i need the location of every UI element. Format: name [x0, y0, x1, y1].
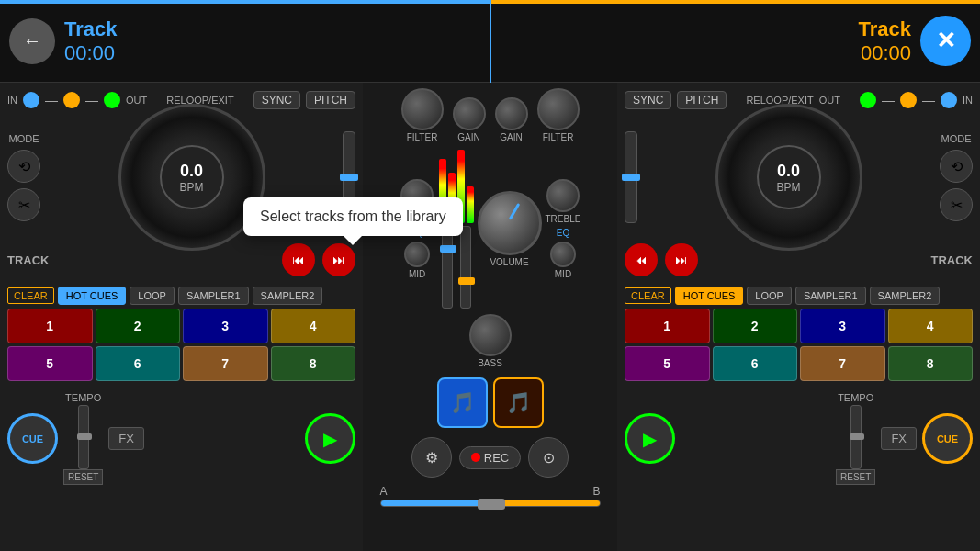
play-button-left[interactable]: ▶	[305, 413, 355, 464]
library-btn-right[interactable]: 🎵	[493, 377, 544, 428]
cue-cell-4-left[interactable]: 4	[271, 309, 356, 343]
filter-right-knob[interactable]	[537, 88, 580, 130]
reset-button-left[interactable]: RESET	[63, 469, 103, 485]
in-label-left: IN	[7, 95, 17, 106]
loop-tab-right[interactable]: LOOP	[747, 287, 792, 305]
clear-button-left[interactable]: CLEAR	[7, 287, 54, 304]
cue-cell-2-left[interactable]: 2	[96, 309, 181, 343]
crossfader-b-label: B	[592, 485, 600, 498]
cue-cell-8-right[interactable]: 8	[888, 346, 974, 381]
track-info-right: Track 00:00	[859, 17, 912, 65]
mode-btn1-right[interactable]: ⟲	[940, 150, 973, 183]
in-dot-left[interactable]	[23, 92, 39, 108]
tempo-slider-right[interactable]	[850, 405, 862, 469]
bass-knob[interactable]	[469, 314, 512, 356]
bottom-row-right: ▶ TEMPO RESET FX CUE	[617, 388, 980, 489]
channel-fader-right[interactable]	[460, 226, 471, 309]
mode-label-left: MODE	[9, 133, 39, 144]
crossfader[interactable]	[380, 500, 601, 507]
gain-left-knob[interactable]	[453, 97, 486, 130]
tooltip: Select tracks from the library	[243, 197, 463, 236]
sampler2-tab-left[interactable]: SAMPLER2	[253, 287, 323, 305]
mode-btn2-right[interactable]: ✂	[940, 188, 973, 221]
hotcues-tab-right[interactable]: HOT CUES	[675, 287, 744, 305]
cue-cell-5-right[interactable]: 5	[625, 346, 710, 381]
out-label-right: OUT	[819, 95, 840, 106]
mid-left-knob[interactable]	[404, 242, 430, 267]
mid-right-knob[interactable]	[550, 242, 576, 267]
sampler1-tab-right[interactable]: SAMPLER1	[795, 287, 866, 305]
mode-btn2-left[interactable]: ✂	[7, 188, 40, 221]
gain-right-label: GAIN	[500, 132, 522, 142]
channel-fader-left[interactable]	[442, 226, 453, 309]
track-label-right: Track	[859, 17, 912, 41]
mode-col-right: MODE ⟲ ✂	[940, 133, 973, 221]
filter-right-col: FILTER	[537, 88, 580, 142]
library-btn-left[interactable]: 🎵	[437, 377, 488, 428]
bpm-value-left: 0.0	[180, 162, 203, 181]
cue-cell-2-right[interactable]: 2	[713, 309, 798, 343]
out-label-left: OUT	[126, 95, 147, 106]
treble-right-label: TREBLE	[546, 214, 581, 224]
loop-tab-left[interactable]: LOOP	[130, 287, 175, 305]
filter-left-label: FILTER	[407, 132, 438, 142]
cue-cell-4-right[interactable]: 4	[888, 309, 974, 343]
pitch-button-left[interactable]: PITCH	[306, 91, 355, 109]
track-info-left: Track 00:00	[64, 17, 118, 65]
main-area: IN — — OUT RELOOP/EXIT SYNC PITCH MODE ⟲…	[0, 83, 980, 551]
close-icon: ✕	[936, 27, 956, 55]
sampler2-tab-right[interactable]: SAMPLER2	[870, 287, 941, 305]
prev-track-right[interactable]: ⏮	[625, 243, 658, 276]
crossfader-handle	[478, 499, 505, 510]
cue-cell-1-right[interactable]: 1	[625, 309, 710, 343]
green-dot-left[interactable]	[104, 92, 120, 108]
cue-big-button-left[interactable]: CUE	[7, 413, 58, 464]
in-dot-right[interactable]	[941, 92, 957, 108]
mid-left-label: MID	[409, 269, 425, 279]
fx-button-left[interactable]: FX	[108, 427, 144, 450]
out-dot-left[interactable]	[63, 92, 80, 108]
volume-knob[interactable]	[478, 191, 542, 255]
play-button-right[interactable]: ▶	[625, 413, 675, 464]
prev-track-left[interactable]: ⏮	[282, 243, 315, 276]
mode-btn1-left[interactable]: ⟲	[7, 150, 40, 183]
cue-cell-3-left[interactable]: 3	[183, 309, 268, 343]
cue-cell-3-right[interactable]: 3	[800, 309, 885, 343]
sync-button-left[interactable]: SYNC	[253, 91, 300, 109]
mode-label-right: MODE	[941, 133, 972, 144]
treble-right-knob[interactable]	[546, 179, 580, 212]
headphone-button[interactable]: ⊙	[528, 437, 569, 478]
cue-cell-5-left[interactable]: 5	[7, 346, 93, 381]
hotcues-tab-left[interactable]: HOT CUES	[58, 287, 127, 305]
cue-grid2-right: 5 6 7 8	[625, 346, 973, 381]
tempo-slider-left[interactable]	[78, 405, 89, 469]
gain-right-knob[interactable]	[495, 97, 528, 130]
cue-cell-1-left[interactable]: 1	[7, 309, 93, 343]
green-dot-right[interactable]	[860, 92, 876, 108]
cue-grid-left: 1 2 3 4	[7, 309, 355, 343]
filter-left-knob[interactable]	[401, 88, 444, 130]
next-track-right[interactable]: ⏭	[665, 243, 698, 276]
mid-right-label: MID	[555, 269, 571, 279]
sync-button-right[interactable]: SYNC	[625, 91, 671, 109]
next-track-left[interactable]: ⏭	[322, 243, 355, 276]
sampler1-tab-left[interactable]: SAMPLER1	[178, 287, 249, 305]
cue-cell-6-right[interactable]: 6	[713, 346, 798, 381]
fx-button-right[interactable]: FX	[881, 427, 917, 450]
turntable-right[interactable]: 0.0 BPM	[715, 104, 862, 251]
channel-faders	[442, 226, 471, 309]
clear-button-right[interactable]: CLEAR	[625, 287, 671, 304]
out-dot-right[interactable]	[900, 92, 917, 108]
back-button[interactable]: ←	[9, 18, 55, 64]
mixer-ctrl-eq[interactable]: ⚙	[411, 437, 452, 478]
rec-button[interactable]: REC	[459, 446, 521, 469]
cue-cell-7-right[interactable]: 7	[800, 346, 885, 381]
pitch-slider-right[interactable]	[625, 122, 637, 232]
cue-cell-6-left[interactable]: 6	[96, 346, 181, 381]
cue-cell-7-left[interactable]: 7	[183, 346, 268, 381]
cue-big-button-right[interactable]: CUE	[922, 413, 973, 464]
reset-button-right[interactable]: RESET	[836, 469, 875, 485]
pitch-button-right[interactable]: PITCH	[677, 91, 727, 109]
close-button[interactable]: ✕	[920, 16, 971, 66]
cue-cell-8-left[interactable]: 8	[271, 346, 356, 381]
